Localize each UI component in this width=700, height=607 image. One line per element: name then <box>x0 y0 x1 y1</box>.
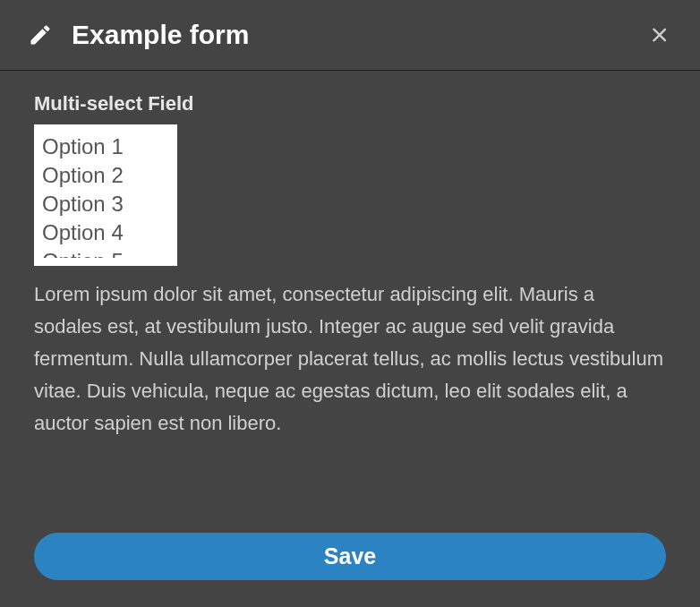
multi-select-field[interactable]: Option 1 Option 2 Option 3 Option 4 Opti… <box>34 124 177 266</box>
field-description: Lorem ipsum dolor sit amet, consectetur … <box>34 278 666 440</box>
multi-select-option[interactable]: Option 2 <box>42 161 169 190</box>
save-button[interactable]: Save <box>34 533 666 580</box>
multi-select-option[interactable]: Option 5 <box>42 247 169 258</box>
close-icon <box>649 24 670 46</box>
multi-select-option[interactable]: Option 3 <box>42 190 169 218</box>
dialog-header: Example form <box>0 0 700 71</box>
multi-select-option[interactable]: Option 1 <box>42 133 169 161</box>
dialog-body: Multi-select Field Option 1 Option 2 Opt… <box>0 71 700 607</box>
pencil-icon <box>27 21 54 48</box>
multi-select-option[interactable]: Option 4 <box>42 218 169 247</box>
field-label: Multi-select Field <box>34 92 666 115</box>
dialog: Example form Multi-select Field Option 1… <box>0 0 700 607</box>
close-button[interactable] <box>646 21 673 48</box>
dialog-title: Example form <box>72 20 646 50</box>
